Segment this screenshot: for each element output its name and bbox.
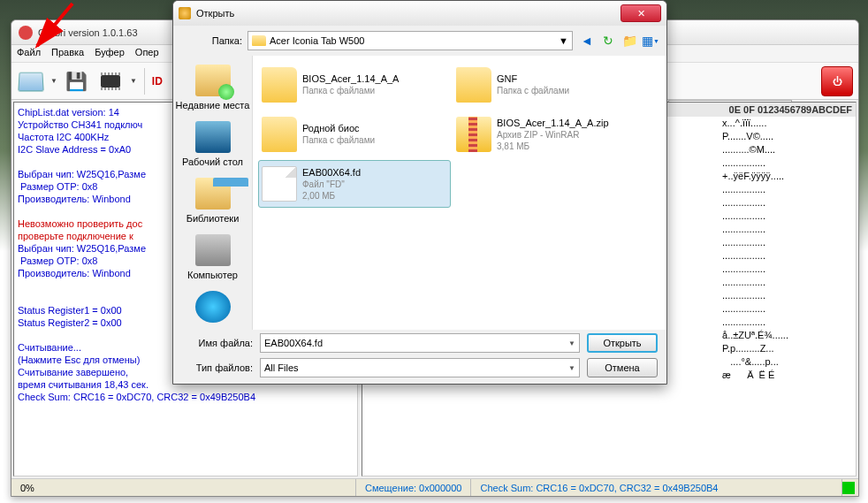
file-type: Файл "FD" [302, 179, 361, 190]
log-line: Check Sum: CRC16 = 0xDC70, CRC32 = 0x49B… [18, 391, 354, 403]
power-button[interactable]: ⏻ [821, 66, 853, 96]
place-desktop[interactable]: Рабочий стол [173, 116, 252, 172]
filetype-combo[interactable]: All Files▼ [260, 358, 580, 377]
menu-file[interactable]: Файл [17, 47, 41, 60]
computer-icon [195, 234, 231, 266]
close-button[interactable]: ✕ [621, 4, 661, 22]
folder-icon [456, 67, 491, 103]
network-icon [195, 291, 231, 323]
app-icon [19, 26, 33, 40]
separator [144, 68, 145, 95]
file-name: GNF [497, 73, 569, 85]
dialog-title: Открыть [196, 8, 621, 19]
place-label: Компьютер [175, 270, 250, 280]
filename-input[interactable]: EAB00X64.fd▼ [260, 333, 580, 353]
menu-buffer[interactable]: Буфер [95, 47, 125, 60]
chip-icon [101, 75, 120, 88]
close-icon: ✕ [637, 8, 645, 19]
filename-label: Имя файла: [182, 338, 253, 348]
dialog-titlebar[interactable]: Открыть ✕ [173, 1, 666, 26]
file-type: Папка с файлами [302, 85, 399, 96]
nav-view-button[interactable]: ▦▼ [642, 32, 659, 50]
open-file-button[interactable]: Открыть [587, 333, 658, 353]
open-button[interactable] [17, 67, 45, 95]
file-size: 2,00 МБ [302, 190, 361, 202]
libs-icon [195, 178, 231, 210]
file-type: Папка с файлами [302, 134, 375, 146]
menu-edit[interactable]: Правка [51, 47, 84, 60]
folder-label: Папка: [180, 35, 242, 46]
zip-icon [456, 117, 491, 152]
place-label: Недавние места [175, 100, 250, 111]
place-network[interactable] [173, 286, 252, 332]
progress-percent: 0% [11, 479, 356, 496]
file-open-dialog: Открыть ✕ Папка: Acer Iconia Tab W500 ▼ … [172, 0, 667, 385]
file-type: Архив ZIP - WinRAR [497, 129, 609, 141]
place-label: Рабочий стол [175, 156, 250, 167]
id-label: ID [152, 75, 163, 88]
place-computer[interactable]: Компьютер [173, 229, 252, 286]
file-icon [262, 166, 297, 202]
place-recent[interactable]: Недавние места [173, 59, 252, 116]
place-libs[interactable]: Библиотеки [173, 172, 252, 229]
file-item[interactable]: EAB00X64.fd Файл "FD" 2,00 МБ [258, 160, 451, 208]
menu-oper[interactable]: Опер [135, 47, 159, 60]
nav-back-button[interactable]: ◄ [578, 32, 596, 50]
nav-up-button[interactable]: ↻ [599, 32, 617, 50]
chevron-down-icon: ▼ [568, 364, 575, 372]
folder-icon [262, 117, 297, 152]
save-button[interactable]: 💾 [63, 67, 91, 95]
statusbar: 0% Смещение: 0x000000 Check Sum: CRC16 =… [11, 478, 858, 496]
dropdown-icon[interactable]: ▼ [50, 77, 57, 85]
status-checksum: Check Sum: CRC16 = 0xDC70, CRC32 = 0x49B… [471, 479, 842, 496]
folder-icon [262, 67, 297, 103]
folder-row: Папка: Acer Iconia Tab W500 ▼ ◄ ↻ 📁 ▦▼ [173, 26, 666, 56]
file-list[interactable]: BIOS_Acer_1.14_A_A Папка с файлами GNF П… [253, 56, 666, 330]
chip-button[interactable] [96, 67, 125, 95]
file-name: BIOS_Acer_1.14_A_A.zip [497, 118, 609, 129]
folder-icon [252, 35, 266, 46]
chevron-down-icon: ▼ [568, 339, 575, 347]
folder-value: Acer Iconia Tab W500 [270, 35, 364, 46]
desktop-icon [195, 121, 231, 153]
file-item[interactable]: GNF Папка с файлами [453, 61, 645, 109]
recent-icon [195, 65, 231, 96]
status-offset: Смещение: 0x000000 [356, 479, 471, 496]
file-name: BIOS_Acer_1.14_A_A [302, 73, 399, 85]
file-item[interactable]: BIOS_Acer_1.14_A_A Папка с файлами [258, 61, 451, 109]
nav-newfolder-button[interactable]: 📁 [621, 32, 638, 50]
places-bar: Недавние местаРабочий столБиблиотекиКомп… [173, 56, 253, 330]
chevron-down-icon: ▼ [559, 35, 568, 46]
folder-combo[interactable]: Acer Iconia Tab W500 ▼ [247, 31, 573, 50]
folder-open-icon [18, 72, 43, 91]
cancel-button[interactable]: Отмена [587, 358, 658, 377]
place-label: Библиотеки [175, 213, 250, 224]
status-indicator [842, 482, 855, 494]
filetype-label: Тип файлов: [182, 362, 253, 373]
file-name: Родной биос [302, 123, 375, 134]
dropdown-icon[interactable]: ▼ [130, 77, 137, 85]
file-item[interactable]: Родной биос Папка с файлами [258, 111, 451, 158]
power-icon: ⏻ [833, 76, 842, 87]
file-name: EAB00X64.fd [302, 167, 361, 179]
floppy-icon: 💾 [65, 71, 88, 92]
file-item[interactable]: BIOS_Acer_1.14_A_A.zip Архив ZIP - WinRA… [453, 111, 645, 158]
dialog-icon [179, 7, 191, 19]
file-size: 3,81 МБ [497, 141, 609, 152]
file-type: Папка с файлами [497, 85, 569, 96]
